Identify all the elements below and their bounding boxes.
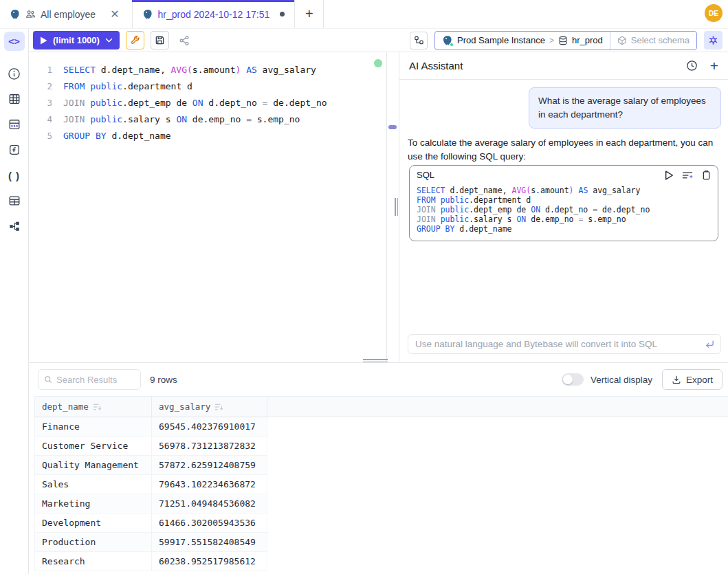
- parentheses-icon: ( ): [8, 170, 20, 181]
- table-cell[interactable]: 56978.731213872832: [152, 437, 267, 456]
- sidebar-item-parameters[interactable]: ( ): [4, 166, 25, 185]
- sidebar-item-functions[interactable]: [4, 140, 25, 159]
- select-schema-label: Select schema: [631, 35, 690, 45]
- code-line: FROM public.department d: [417, 195, 711, 205]
- avatar[interactable]: DE: [705, 4, 723, 22]
- code-line: GROUP BY d.dept_name: [417, 224, 711, 234]
- code-line[interactable]: 3JOIN public.dept_emp de ON d.dept_no = …: [29, 95, 386, 111]
- table-row[interactable]: Research60238.952517985612: [35, 552, 728, 571]
- editor-toolbar: (limit 1000) Prod Sample Instance > hr_p…: [29, 29, 728, 52]
- table-row[interactable]: Customer Service56978.731213872832: [35, 437, 728, 456]
- table-cell[interactable]: Quality Management: [35, 456, 152, 475]
- table-row[interactable]: Finance69545.402376910017: [35, 417, 728, 437]
- ai-prompt-input[interactable]: [408, 334, 721, 354]
- select-schema-button[interactable]: Select schema: [610, 32, 696, 49]
- table-cell[interactable]: 59917.551582408549: [152, 533, 267, 552]
- column-header-dept-name[interactable]: dept_name: [35, 397, 152, 417]
- connection-instance-database[interactable]: Prod Sample Instance > hr_prod: [435, 32, 610, 49]
- breadcrumb-separator: >: [549, 36, 554, 45]
- run-query-button[interactable]: (limit 1000): [33, 31, 120, 49]
- table-cell[interactable]: Development: [35, 514, 152, 533]
- table-cell[interactable]: Sales: [35, 475, 152, 494]
- sql-code-area[interactable]: 1SELECT d.dept_name, AVG(s.amount) AS av…: [29, 52, 386, 144]
- table-cell-filler: [267, 533, 728, 552]
- assistant-chat-message: To calculate the average salary of emplo…: [408, 136, 721, 164]
- sql-editor[interactable]: 1SELECT d.dept_name, AVG(s.amount) AS av…: [29, 52, 386, 362]
- save-sheet-button[interactable]: [151, 31, 169, 49]
- table-cell[interactable]: 79643.102234636872: [152, 475, 267, 494]
- sidebar-item-data[interactable]: [4, 115, 25, 134]
- export-button[interactable]: Export: [662, 369, 723, 390]
- sidebar-item-schema-diagram[interactable]: [4, 217, 25, 236]
- table-icon: [8, 93, 21, 105]
- run-sql-icon[interactable]: [665, 170, 674, 180]
- function-icon: [8, 144, 21, 156]
- share-button[interactable]: [175, 31, 194, 49]
- table-cell[interactable]: 71251.049484536082: [152, 494, 267, 514]
- table-cell[interactable]: 69545.402376910017: [152, 417, 267, 437]
- search-results-input[interactable]: [56, 375, 135, 385]
- table-cell[interactable]: Marketing: [35, 494, 152, 514]
- postgres-icon: [442, 35, 453, 46]
- table-cell[interactable]: Production: [35, 533, 152, 552]
- save-icon: [155, 35, 165, 45]
- format-sql-button[interactable]: [126, 31, 144, 49]
- table-row[interactable]: Marketing71251.049484536082: [35, 494, 728, 514]
- table-row[interactable]: Production59917.551582408549: [35, 533, 728, 552]
- table-cell[interactable]: Customer Service: [35, 437, 152, 456]
- sidebar-item-tables[interactable]: [4, 89, 25, 109]
- editor-scrollbar-thumb[interactable]: [388, 125, 397, 129]
- insert-sql-icon[interactable]: [682, 170, 694, 180]
- new-tab-button[interactable]: +: [295, 0, 324, 28]
- user-chat-message: What is the average salary of employees …: [529, 87, 721, 129]
- sidebar-item-sheets[interactable]: [4, 191, 25, 210]
- copy-sql-icon[interactable]: [702, 170, 711, 180]
- ai-sql-code: SELECT d.dept_name, AVG(s.amount) AS avg…: [410, 181, 718, 241]
- search-results-box[interactable]: [38, 369, 141, 390]
- instance-status-dot: [450, 43, 454, 47]
- vertical-display-toggle[interactable]: [562, 373, 584, 386]
- table-cell-filler: [267, 514, 728, 533]
- ai-assistant-button[interactable]: [704, 31, 723, 49]
- tab-bar: All employee ✕ hr_prod 2024-10-12 17:51 …: [0, 0, 728, 29]
- column-header-avg-salary[interactable]: avg_salary: [152, 397, 267, 417]
- table-header-filler: [267, 397, 728, 417]
- row-count-label: 9 rows: [150, 375, 177, 385]
- run-limit-label: (limit 1000): [53, 35, 100, 45]
- code-line[interactable]: 4JOIN public.salary s ON de.emp_no = s.e…: [29, 111, 386, 128]
- openai-icon: [708, 35, 718, 45]
- line-number: 1: [29, 62, 52, 78]
- history-clock-icon[interactable]: [686, 60, 698, 71]
- sql-block-label: SQL: [417, 170, 434, 180]
- table-cell[interactable]: Finance: [35, 417, 152, 437]
- table-row[interactable]: Sales79643.102234636872: [35, 475, 728, 494]
- code-line[interactable]: 5GROUP BY d.dept_name: [29, 128, 386, 144]
- line-number: 4: [29, 111, 52, 128]
- code-line[interactable]: 1SELECT d.dept_name, AVG(s.amount) AS av…: [29, 62, 386, 78]
- results-resize-handle[interactable]: [363, 359, 388, 362]
- results-table-header-row: dept_name avg_salary: [35, 397, 728, 417]
- ai-sql-code-block: SQL SELECT d.dept_name, AVG(s.amount) AS…: [409, 165, 718, 241]
- tab-hr-prod[interactable]: hr_prod 2024-10-12 17:51: [133, 0, 296, 28]
- code-line[interactable]: 2FROM public.department d: [29, 78, 386, 95]
- submit-return-icon[interactable]: [705, 339, 715, 349]
- table-row[interactable]: Quality Management57872.625912408759: [35, 456, 728, 475]
- new-chat-icon[interactable]: +: [710, 58, 718, 73]
- results-panel: 9 rows Vertical display Export dept_name…: [29, 362, 728, 574]
- connection-selector[interactable]: Prod Sample Instance > hr_prod Select sc…: [434, 31, 697, 50]
- table-cell-filler: [267, 456, 728, 475]
- table-cell[interactable]: 60238.952517985612: [152, 552, 267, 571]
- wrench-icon: [130, 35, 140, 45]
- tab-all-employee[interactable]: All employee ✕: [0, 0, 133, 28]
- schema-panel-button[interactable]: [410, 32, 428, 49]
- sidebar-item-info[interactable]: [4, 64, 25, 83]
- table-cell[interactable]: 57872.625912408759: [152, 456, 267, 475]
- table-cell[interactable]: 61466.302005943536: [152, 514, 267, 533]
- table-cell[interactable]: Research: [35, 552, 152, 571]
- close-tab-icon[interactable]: ✕: [107, 8, 122, 21]
- table-row[interactable]: Development61466.302005943536: [35, 514, 728, 533]
- sidebar-item-sql-editor[interactable]: <>: [4, 32, 25, 51]
- play-icon: [40, 36, 47, 45]
- share-icon: [179, 35, 190, 46]
- chevron-down-icon: [105, 38, 113, 43]
